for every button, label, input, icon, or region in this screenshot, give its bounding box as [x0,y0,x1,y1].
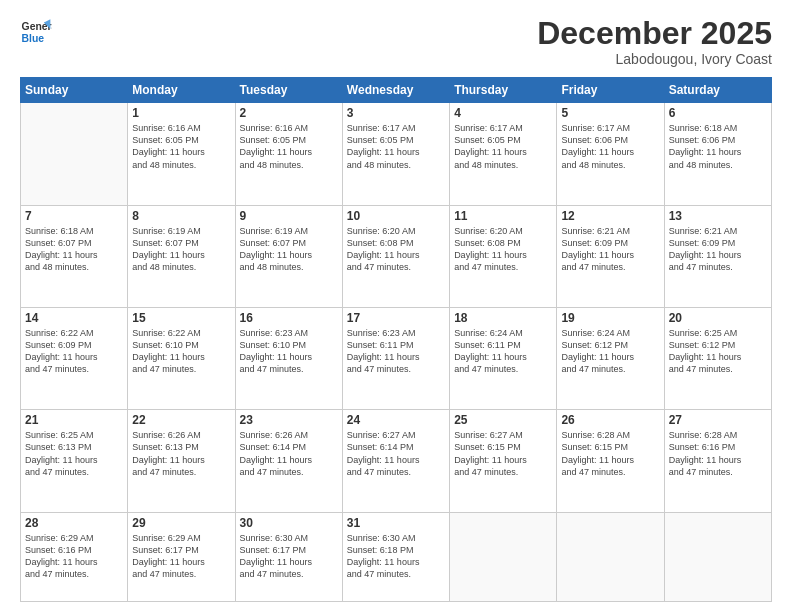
day-info: Sunrise: 6:29 AM Sunset: 6:17 PM Dayligh… [132,532,230,581]
day-number: 1 [132,106,230,120]
day-cell: 23Sunrise: 6:26 AM Sunset: 6:14 PM Dayli… [235,410,342,512]
day-cell: 17Sunrise: 6:23 AM Sunset: 6:11 PM Dayli… [342,307,449,409]
day-number: 31 [347,516,445,530]
day-info: Sunrise: 6:30 AM Sunset: 6:17 PM Dayligh… [240,532,338,581]
day-info: Sunrise: 6:17 AM Sunset: 6:05 PM Dayligh… [454,122,552,171]
day-number: 21 [25,413,123,427]
day-number: 14 [25,311,123,325]
day-cell [557,512,664,601]
week-row-3: 14Sunrise: 6:22 AM Sunset: 6:09 PM Dayli… [21,307,772,409]
day-number: 13 [669,209,767,223]
header: General Blue December 2025 Labodougou, I… [20,16,772,67]
day-info: Sunrise: 6:25 AM Sunset: 6:12 PM Dayligh… [669,327,767,376]
day-cell: 2Sunrise: 6:16 AM Sunset: 6:05 PM Daylig… [235,103,342,205]
day-number: 26 [561,413,659,427]
weekday-header-friday: Friday [557,78,664,103]
day-info: Sunrise: 6:22 AM Sunset: 6:10 PM Dayligh… [132,327,230,376]
title-block: December 2025 Labodougou, Ivory Coast [537,16,772,67]
calendar-table: SundayMondayTuesdayWednesdayThursdayFrid… [20,77,772,602]
day-cell: 22Sunrise: 6:26 AM Sunset: 6:13 PM Dayli… [128,410,235,512]
day-number: 8 [132,209,230,223]
day-info: Sunrise: 6:17 AM Sunset: 6:05 PM Dayligh… [347,122,445,171]
day-number: 3 [347,106,445,120]
day-number: 17 [347,311,445,325]
day-info: Sunrise: 6:23 AM Sunset: 6:10 PM Dayligh… [240,327,338,376]
logo: General Blue [20,16,52,48]
day-info: Sunrise: 6:16 AM Sunset: 6:05 PM Dayligh… [240,122,338,171]
day-number: 23 [240,413,338,427]
svg-text:Blue: Blue [22,33,45,44]
day-cell: 4Sunrise: 6:17 AM Sunset: 6:05 PM Daylig… [450,103,557,205]
day-cell: 7Sunrise: 6:18 AM Sunset: 6:07 PM Daylig… [21,205,128,307]
day-info: Sunrise: 6:28 AM Sunset: 6:16 PM Dayligh… [669,429,767,478]
day-info: Sunrise: 6:29 AM Sunset: 6:16 PM Dayligh… [25,532,123,581]
weekday-header-saturday: Saturday [664,78,771,103]
day-number: 10 [347,209,445,223]
day-info: Sunrise: 6:24 AM Sunset: 6:12 PM Dayligh… [561,327,659,376]
day-info: Sunrise: 6:18 AM Sunset: 6:06 PM Dayligh… [669,122,767,171]
day-cell: 11Sunrise: 6:20 AM Sunset: 6:08 PM Dayli… [450,205,557,307]
day-cell [664,512,771,601]
day-cell: 8Sunrise: 6:19 AM Sunset: 6:07 PM Daylig… [128,205,235,307]
day-info: Sunrise: 6:30 AM Sunset: 6:18 PM Dayligh… [347,532,445,581]
weekday-header-tuesday: Tuesday [235,78,342,103]
day-cell [21,103,128,205]
week-row-4: 21Sunrise: 6:25 AM Sunset: 6:13 PM Dayli… [21,410,772,512]
day-cell: 13Sunrise: 6:21 AM Sunset: 6:09 PM Dayli… [664,205,771,307]
day-cell: 5Sunrise: 6:17 AM Sunset: 6:06 PM Daylig… [557,103,664,205]
day-number: 19 [561,311,659,325]
week-row-1: 1Sunrise: 6:16 AM Sunset: 6:05 PM Daylig… [21,103,772,205]
day-info: Sunrise: 6:25 AM Sunset: 6:13 PM Dayligh… [25,429,123,478]
day-cell: 12Sunrise: 6:21 AM Sunset: 6:09 PM Dayli… [557,205,664,307]
day-cell: 31Sunrise: 6:30 AM Sunset: 6:18 PM Dayli… [342,512,449,601]
weekday-header-monday: Monday [128,78,235,103]
day-cell: 21Sunrise: 6:25 AM Sunset: 6:13 PM Dayli… [21,410,128,512]
day-cell: 14Sunrise: 6:22 AM Sunset: 6:09 PM Dayli… [21,307,128,409]
day-cell: 18Sunrise: 6:24 AM Sunset: 6:11 PM Dayli… [450,307,557,409]
day-cell: 6Sunrise: 6:18 AM Sunset: 6:06 PM Daylig… [664,103,771,205]
logo-icon: General Blue [20,16,52,48]
day-cell: 10Sunrise: 6:20 AM Sunset: 6:08 PM Dayli… [342,205,449,307]
day-info: Sunrise: 6:28 AM Sunset: 6:15 PM Dayligh… [561,429,659,478]
day-info: Sunrise: 6:26 AM Sunset: 6:13 PM Dayligh… [132,429,230,478]
day-cell: 30Sunrise: 6:30 AM Sunset: 6:17 PM Dayli… [235,512,342,601]
weekday-header-thursday: Thursday [450,78,557,103]
day-number: 25 [454,413,552,427]
day-number: 18 [454,311,552,325]
weekday-header-row: SundayMondayTuesdayWednesdayThursdayFrid… [21,78,772,103]
day-number: 27 [669,413,767,427]
day-number: 5 [561,106,659,120]
day-info: Sunrise: 6:22 AM Sunset: 6:09 PM Dayligh… [25,327,123,376]
day-info: Sunrise: 6:19 AM Sunset: 6:07 PM Dayligh… [132,225,230,274]
day-number: 29 [132,516,230,530]
day-number: 30 [240,516,338,530]
day-cell: 27Sunrise: 6:28 AM Sunset: 6:16 PM Dayli… [664,410,771,512]
day-cell: 15Sunrise: 6:22 AM Sunset: 6:10 PM Dayli… [128,307,235,409]
day-number: 20 [669,311,767,325]
day-info: Sunrise: 6:16 AM Sunset: 6:05 PM Dayligh… [132,122,230,171]
day-info: Sunrise: 6:18 AM Sunset: 6:07 PM Dayligh… [25,225,123,274]
day-number: 11 [454,209,552,223]
day-number: 28 [25,516,123,530]
page: General Blue December 2025 Labodougou, I… [0,0,792,612]
day-info: Sunrise: 6:20 AM Sunset: 6:08 PM Dayligh… [454,225,552,274]
day-number: 16 [240,311,338,325]
day-info: Sunrise: 6:26 AM Sunset: 6:14 PM Dayligh… [240,429,338,478]
day-number: 24 [347,413,445,427]
day-number: 9 [240,209,338,223]
week-row-2: 7Sunrise: 6:18 AM Sunset: 6:07 PM Daylig… [21,205,772,307]
day-cell: 16Sunrise: 6:23 AM Sunset: 6:10 PM Dayli… [235,307,342,409]
day-cell: 3Sunrise: 6:17 AM Sunset: 6:05 PM Daylig… [342,103,449,205]
day-cell: 20Sunrise: 6:25 AM Sunset: 6:12 PM Dayli… [664,307,771,409]
day-info: Sunrise: 6:21 AM Sunset: 6:09 PM Dayligh… [561,225,659,274]
day-info: Sunrise: 6:17 AM Sunset: 6:06 PM Dayligh… [561,122,659,171]
day-number: 7 [25,209,123,223]
day-cell [450,512,557,601]
day-cell: 19Sunrise: 6:24 AM Sunset: 6:12 PM Dayli… [557,307,664,409]
week-row-5: 28Sunrise: 6:29 AM Sunset: 6:16 PM Dayli… [21,512,772,601]
day-cell: 1Sunrise: 6:16 AM Sunset: 6:05 PM Daylig… [128,103,235,205]
day-cell: 9Sunrise: 6:19 AM Sunset: 6:07 PM Daylig… [235,205,342,307]
day-cell: 26Sunrise: 6:28 AM Sunset: 6:15 PM Dayli… [557,410,664,512]
day-info: Sunrise: 6:27 AM Sunset: 6:15 PM Dayligh… [454,429,552,478]
location: Labodougou, Ivory Coast [537,51,772,67]
